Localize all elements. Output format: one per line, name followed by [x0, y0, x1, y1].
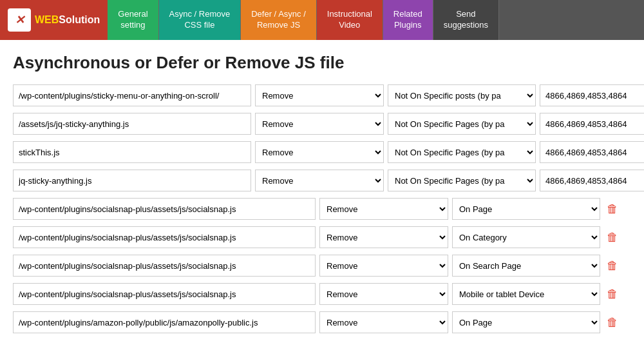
table-row: RemoveDeferAsync On Search Page On Page … — [13, 255, 631, 277]
table-row: RemoveDeferAsync Not On Specific posts (… — [13, 84, 631, 106]
nav-item-async-remove-css[interactable]: Async / RemoveCSS file — [159, 0, 242, 40]
ids-input[interactable] — [540, 141, 644, 163]
nav-item-general-setting[interactable]: Generalsetting — [108, 0, 158, 40]
table-row: RemoveDeferAsync On Page On Category On … — [13, 311, 631, 333]
table-row: RemoveDeferAsync Not On Specific Pages (… — [13, 170, 631, 191]
nav-item-send-suggestions[interactable]: Sendsuggestions — [433, 0, 499, 40]
js-path-input[interactable] — [13, 255, 316, 277]
condition-select[interactable]: Not On Specific posts (by pa Not On Spec… — [388, 84, 536, 106]
table-row: RemoveDeferAsync On Page On Category On … — [13, 198, 631, 220]
delete-button[interactable]: 🗑 — [604, 259, 621, 273]
table-row: RemoveDeferAsync Mobile or tablet Device… — [13, 283, 631, 305]
action-select[interactable]: RemoveDeferAsync — [319, 226, 448, 248]
action-select[interactable]: RemoveDeferAsync — [319, 311, 448, 333]
js-path-input[interactable] — [13, 283, 316, 305]
condition-select[interactable]: On Category On Page On Search Page Mobil… — [452, 226, 600, 248]
js-path-input[interactable] — [13, 113, 251, 135]
logo-text: WEBSolution — [35, 14, 100, 26]
action-select[interactable]: RemoveDeferAsync — [255, 141, 384, 163]
delete-button[interactable]: 🗑 — [604, 315, 621, 329]
js-path-input[interactable] — [13, 84, 251, 106]
action-select[interactable]: RemoveDeferAsync — [319, 255, 448, 277]
condition-select[interactable]: On Page On Category On Search Page Mobil… — [452, 198, 600, 220]
delete-button[interactable]: 🗑 — [604, 202, 621, 216]
page-content: Asynchronous or Defer or Remove JS file … — [0, 40, 644, 353]
ids-input[interactable] — [540, 84, 644, 106]
delete-button[interactable]: 🗑 — [604, 287, 621, 301]
condition-select[interactable]: On Page On Category On Search Page Mobil… — [452, 311, 600, 333]
table-row: RemoveDeferAsync On Category On Page On … — [13, 226, 631, 248]
ids-input[interactable] — [540, 170, 644, 191]
js-path-input[interactable] — [13, 141, 251, 163]
table-row: RemoveDeferAsync Not On Specific Pages (… — [13, 113, 631, 135]
action-select[interactable]: RemoveDeferAsync — [255, 170, 384, 191]
js-path-input[interactable] — [13, 170, 251, 191]
action-select[interactable]: RemoveDeferAsync — [255, 113, 384, 135]
condition-select[interactable]: On Search Page On Page On Category Mobil… — [452, 255, 600, 277]
nav-item-related-plugins[interactable]: RelatedPlugins — [383, 0, 433, 40]
condition-select[interactable]: Not On Specific Pages (by pa Not On Spec… — [388, 113, 536, 135]
action-select[interactable]: RemoveDeferAsync — [319, 283, 448, 305]
table-row: RemoveDeferAsync Not On Specific Pages (… — [13, 141, 631, 163]
logo-icon: ✕ — [8, 8, 31, 32]
page-title: Asynchronous or Defer or Remove JS file — [13, 53, 631, 73]
js-path-input[interactable] — [13, 311, 316, 333]
condition-select[interactable]: Not On Specific Pages (by pa Not On Spec… — [388, 170, 536, 191]
nav-logo[interactable]: ✕ WEBSolution — [0, 0, 108, 40]
ids-input[interactable] — [540, 113, 644, 135]
condition-select[interactable]: Not On Specific Pages (by pa Not On Spec… — [388, 141, 536, 163]
action-select[interactable]: RemoveDeferAsync — [255, 84, 384, 106]
delete-button[interactable]: 🗑 — [604, 230, 621, 244]
action-select[interactable]: RemoveDeferAsync — [319, 198, 448, 220]
nav-item-defer-async-remove-js[interactable]: Defer / Async /Remove JS — [241, 0, 317, 40]
condition-select[interactable]: Mobile or tablet Device On Page On Categ… — [452, 283, 600, 305]
js-path-input[interactable] — [13, 226, 316, 248]
js-path-input[interactable] — [13, 198, 316, 220]
nav-bar: ✕ WEBSolution Generalsetting Async / Rem… — [0, 0, 644, 40]
nav-item-instructional-video[interactable]: InstructionalVideo — [317, 0, 383, 40]
